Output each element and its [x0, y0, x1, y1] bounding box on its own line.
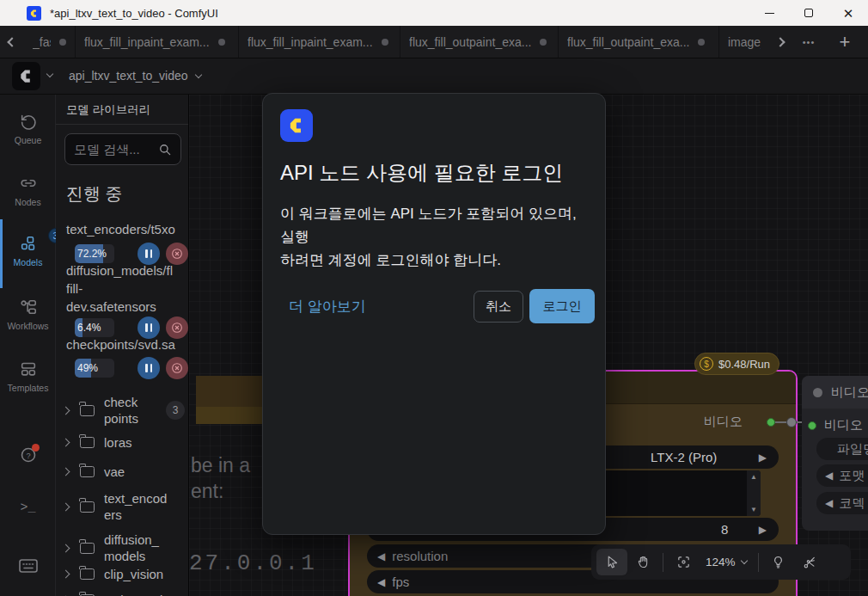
sidebar-item-templates[interactable]: Templates [0, 359, 56, 393]
shortcuts-button[interactable] [0, 557, 56, 574]
sidebar-item-workflows[interactable]: Workflows [0, 298, 56, 331]
link-icon [19, 174, 38, 193]
api-cost-badge: $ $0.48/Run [694, 353, 779, 375]
comfyui-logo-icon [280, 109, 313, 142]
tab-flux-fill-inpaint-2[interactable]: flux_fill_inpaint_exam... [239, 26, 400, 58]
reroute-dot[interactable] [786, 417, 797, 427]
comfyui-window: *api_ltxv_text_to_video - ComfyUI ✕ _fas… [0, 0, 868, 596]
scroll-tabs-left-button[interactable] [0, 26, 24, 58]
scroll-down-icon[interactable]: ▼ [750, 506, 757, 513]
unsaved-dot-icon [540, 39, 547, 46]
pause-download-button[interactable] [138, 357, 160, 379]
workflow-icon [19, 298, 38, 316]
partial-node[interactable] [196, 376, 268, 424]
save-video-node[interactable]: 비디오 비디오 파일명 ◀ 포맷 ◀ 코덱 [802, 376, 868, 531]
dialog-title: API 노드 사용에 필요한 로그인 [280, 159, 563, 187]
panel-title: 모델 라이브러리 [56, 95, 188, 125]
folder-style-models[interactable]: style_mod [63, 592, 187, 596]
maximize-button[interactable] [789, 0, 828, 26]
zoom-level-dropdown[interactable]: 124% [699, 556, 754, 568]
minimize-button[interactable] [749, 0, 789, 26]
combo-prev-icon[interactable]: ◀ [825, 497, 833, 509]
folder-clip-vision[interactable]: clip_vision [63, 566, 187, 582]
scroll-up-icon[interactable]: ▲ [750, 473, 757, 481]
app-menu-button[interactable] [12, 62, 40, 90]
folder-checkpoints[interactable]: check points 3 [63, 394, 187, 427]
in-progress-section-title: 진행 중 [66, 182, 123, 206]
close-button[interactable]: ✕ [828, 0, 868, 26]
unsaved-dot-icon [59, 39, 66, 46]
pan-tool-button[interactable] [627, 549, 658, 575]
link-cut-icon [802, 555, 817, 570]
tab-fast[interactable]: _fast [24, 26, 76, 58]
comfyui-logo-icon [27, 6, 41, 21]
collapse-dot-icon[interactable] [813, 388, 822, 397]
toggle-links-button[interactable] [794, 549, 825, 575]
sidebar-item-models[interactable]: 3 Models [0, 234, 56, 267]
folder-count-badge: 3 [166, 401, 185, 420]
models-icon [19, 234, 38, 253]
folder-text-encoders[interactable]: text_encod ers [63, 490, 187, 523]
pause-icon [145, 249, 148, 258]
textarea-scrollbar[interactable]: ▲ ▼ [747, 470, 761, 516]
terminal-icon: >_ [20, 501, 35, 515]
cancel-download-button[interactable] [166, 357, 188, 379]
comfyui-logo-icon [18, 68, 34, 84]
history-icon [19, 112, 38, 131]
download-progress-bar: 49% [75, 359, 114, 378]
output-slot-label: 비디오 [703, 414, 743, 430]
more-tabs-button[interactable]: ••• [792, 26, 826, 58]
tab-flux-fill-outpaint-1[interactable]: flux_fill_outpaint_exa... [400, 26, 559, 58]
chevron-right-icon [62, 468, 70, 476]
top-toolbar: api_ltxv_text_to_video Manager ★ [0, 58, 868, 95]
app-menu-chevron-icon[interactable] [46, 71, 53, 77]
codec-combo-widget[interactable]: ◀ 코덱 [816, 492, 868, 514]
toggle-theme-button[interactable] [763, 549, 794, 575]
select-tool-button[interactable] [596, 549, 627, 575]
node-header[interactable]: 비디오 [802, 376, 868, 409]
tab-flux-fill-outpaint-2[interactable]: flux_fill_outpaint_exa... [559, 26, 719, 58]
canvas-toolbar: 124% [591, 544, 851, 580]
help-button[interactable]: ? [0, 445, 56, 464]
login-button[interactable]: 로그인 [529, 289, 595, 323]
folder-diffusion-models[interactable]: diffusion_ models [63, 531, 187, 564]
folder-icon [80, 568, 95, 580]
folder-icon [80, 501, 95, 513]
input-slot-dot[interactable] [808, 421, 816, 430]
chevron-right-icon [62, 544, 70, 552]
combo-next-icon[interactable]: ▶ [759, 452, 767, 464]
folder-vae[interactable]: vae [63, 464, 187, 480]
filename-widget[interactable]: 파일명 [816, 438, 868, 460]
combo-prev-icon[interactable]: ◀ [377, 576, 385, 588]
terminal-button[interactable]: >_ [0, 501, 56, 515]
combo-prev-icon[interactable]: ◀ [825, 470, 833, 482]
toolbar-divider [758, 553, 759, 572]
folder-loras[interactable]: loras [63, 434, 187, 451]
combo-next-icon[interactable]: ▶ [759, 524, 767, 536]
sidebar-item-queue[interactable]: Queue [0, 112, 56, 145]
output-slot-dot[interactable] [767, 418, 775, 427]
tab-image-t[interactable]: image_t [719, 26, 769, 58]
fit-view-button[interactable] [668, 549, 699, 575]
plus-icon: + [840, 31, 851, 53]
combo-prev-icon[interactable]: ◀ [377, 550, 385, 562]
tab-flux-fill-inpaint-1[interactable]: flux_fill_inpaint_exam... [76, 26, 239, 58]
scroll-tabs-right-button[interactable] [769, 26, 792, 58]
canvas-note-text: be in a [191, 454, 250, 477]
progress-percent: 72.2% [77, 248, 107, 260]
format-combo-widget[interactable]: ◀ 포맷 [816, 464, 868, 487]
new-tab-button[interactable]: + [826, 26, 864, 58]
canvas-note-text: 27.0.0.1 [189, 550, 317, 576]
chevron-right-icon [62, 439, 70, 447]
cancel-button[interactable]: 취소 [474, 291, 523, 323]
learn-more-link[interactable]: 더 알아보기 [289, 297, 366, 316]
sidebar-item-nodes[interactable]: Nodes [0, 174, 56, 207]
model-search-box[interactable] [64, 133, 181, 165]
chevron-right-icon [775, 37, 785, 46]
unsaved-dot-icon [698, 39, 705, 46]
unsaved-dot-icon [382, 39, 388, 46]
model-search-input[interactable] [65, 142, 157, 157]
svg-text:?: ? [26, 452, 30, 460]
workflow-name-menu[interactable]: api_ltxv_text_to_video [69, 69, 201, 83]
progress-percent: 49% [77, 362, 98, 374]
